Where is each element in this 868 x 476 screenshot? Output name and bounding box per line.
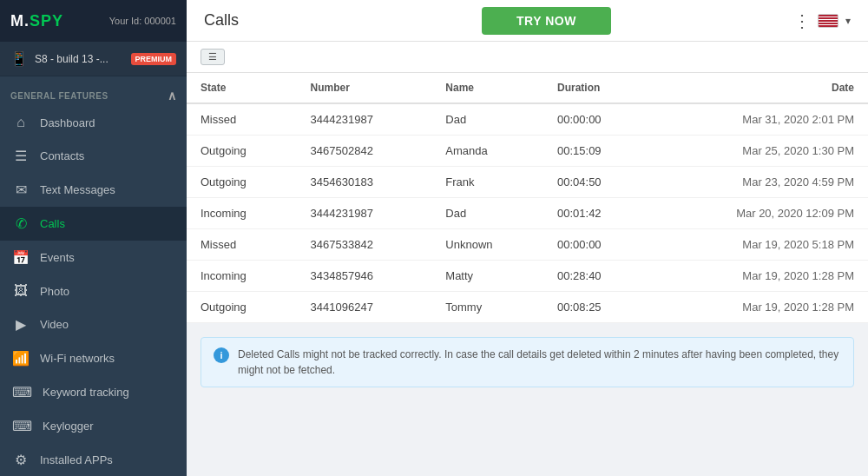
video-icon: ▶: [12, 316, 30, 333]
sidebar-item-label: Events: [40, 251, 75, 264]
sidebar-item-label: Text Messages: [40, 183, 115, 196]
sidebar-item-wifi[interactable]: 📶 Wi-Fi networks: [0, 341, 187, 375]
table-row: Missed3467533842Unknown00:00:00Mar 19, 2…: [187, 229, 868, 261]
col-number: Number: [297, 73, 432, 103]
wifi-icon: 📶: [12, 350, 30, 367]
sidebar-item-label: Wi-Fi networks: [40, 352, 115, 365]
contacts-icon: ☰: [12, 148, 30, 164]
cell-name: Dad: [431, 198, 543, 229]
table-row: Outgoing3441096247Tommy00:08:25Mar 19, 2…: [187, 292, 868, 323]
more-options-icon[interactable]: ⋮: [793, 10, 811, 31]
table-row: Outgoing3467502842Amanda00:15:09Mar 25, …: [187, 136, 868, 167]
cell-number: 3467502842: [297, 136, 432, 167]
sidebar-item-keyword-tracking[interactable]: ⌨ Keyword tracking: [0, 375, 187, 409]
sidebar-item-label: Calls: [40, 217, 65, 230]
cell-date: Mar 20, 2020 12:09 PM: [650, 198, 868, 229]
cell-number: 3454630183: [297, 167, 432, 198]
sidebar-item-label: Photo: [40, 285, 69, 298]
cell-duration: 00:01:42: [543, 198, 650, 229]
cell-duration: 00:28:40: [543, 261, 650, 292]
cell-name: Tommy: [431, 292, 543, 323]
topbar-actions: ⋮ ▾: [793, 10, 851, 31]
cell-name: Frank: [431, 167, 543, 198]
info-text: Deleted Calls might not be tracked corre…: [238, 347, 841, 378]
section-chevron-icon: ∧: [168, 89, 177, 102]
table-row: Incoming3444231987Dad00:01:42Mar 20, 202…: [187, 198, 868, 229]
filter-row: ☰: [187, 42, 868, 73]
sidebar-item-label: Keylogger: [43, 420, 94, 433]
cell-state: Outgoing: [187, 292, 297, 323]
page-title: Calls: [204, 11, 239, 30]
cell-state: Missed: [187, 103, 297, 136]
cell-date: Mar 19, 2020 1:28 PM: [650, 261, 868, 292]
sidebar-item-label: Dashboard: [40, 116, 95, 129]
cell-date: Mar 19, 2020 1:28 PM: [650, 292, 868, 323]
cell-name: Unknown: [431, 229, 543, 261]
calls-icon: ✆: [12, 215, 30, 232]
device-icon: 📱: [10, 50, 28, 67]
keyword-icon: ⌨: [12, 384, 32, 400]
cell-duration: 00:00:00: [543, 229, 650, 261]
main-panel: Calls TRY NOW ⋮ ▾ ☰ State Number Name Du…: [187, 0, 868, 476]
cell-number: 3434857946: [297, 261, 432, 292]
cell-number: 3441096247: [297, 292, 432, 323]
events-icon: 📅: [12, 249, 30, 266]
cell-name: Dad: [431, 103, 543, 136]
cell-name: Amanda: [431, 136, 543, 167]
sidebar-item-contacts[interactable]: ☰ Contacts: [0, 139, 187, 173]
col-name: Name: [431, 73, 543, 103]
general-features-section: GENERAL FEATURES ∧: [0, 76, 187, 106]
cell-state: Outgoing: [187, 136, 297, 167]
cell-state: Incoming: [187, 261, 297, 292]
info-icon: i: [214, 347, 229, 363]
cell-name: Matty: [431, 261, 543, 292]
sidebar-item-calls[interactable]: ✆ Calls: [0, 207, 187, 241]
device-bar: 📱 S8 - build 13 -... PREMIUM: [0, 42, 187, 76]
sms-icon: ✉: [12, 182, 30, 198]
premium-badge: PREMIUM: [131, 53, 177, 65]
sidebar-item-label: Keyword tracking: [43, 386, 129, 399]
filter-badge[interactable]: ☰: [201, 49, 225, 65]
home-icon: ⌂: [12, 115, 30, 130]
cell-duration: 00:08:25: [543, 292, 650, 323]
sidebar-item-keylogger[interactable]: ⌨ Keylogger: [0, 409, 187, 443]
sidebar-item-video[interactable]: ▶ Video: [0, 307, 187, 341]
topbar: Calls TRY NOW ⋮ ▾: [187, 0, 868, 42]
photo-icon: 🖼: [12, 283, 30, 299]
sidebar-item-dashboard[interactable]: ⌂ Dashboard: [0, 106, 187, 139]
sidebar-item-label: Video: [40, 318, 69, 331]
cell-date: Mar 31, 2020 2:01 PM: [650, 103, 868, 136]
cell-duration: 00:00:00: [543, 103, 650, 136]
sidebar: M.SPY Your Id: 000001 📱 S8 - build 13 -.…: [0, 0, 187, 476]
sidebar-item-installed-apps[interactable]: ⚙ Installed APPs: [0, 443, 187, 476]
try-now-button[interactable]: TRY NOW: [482, 7, 611, 35]
language-flag[interactable]: [818, 14, 838, 28]
keylogger-icon: ⌨: [12, 418, 32, 434]
cell-date: Mar 23, 2020 4:59 PM: [650, 167, 868, 198]
col-date: Date: [650, 73, 868, 103]
table-row: Outgoing3454630183Frank00:04:50Mar 23, 2…: [187, 167, 868, 198]
col-duration: Duration: [543, 73, 650, 103]
cell-state: Outgoing: [187, 167, 297, 198]
logo: M.SPY: [10, 12, 63, 30]
sidebar-item-label: Contacts: [40, 149, 84, 162]
cell-date: Mar 25, 2020 1:30 PM: [650, 136, 868, 167]
table-row: Missed3444231987Dad00:00:00Mar 31, 2020 …: [187, 103, 868, 136]
sidebar-item-events[interactable]: 📅 Events: [0, 241, 187, 274]
apps-icon: ⚙: [12, 452, 30, 468]
device-name: S8 - build 13 -...: [35, 53, 124, 65]
content-area: ☰ State Number Name Duration Date Missed…: [187, 42, 868, 476]
language-dropdown-icon[interactable]: ▾: [845, 15, 851, 27]
table-body: Missed3444231987Dad00:00:00Mar 31, 2020 …: [187, 103, 868, 323]
sidebar-item-text-messages[interactable]: ✉ Text Messages: [0, 173, 187, 207]
user-id: Your Id: 000001: [109, 16, 176, 26]
table-header: State Number Name Duration Date: [187, 73, 868, 103]
sidebar-item-label: Installed APPs: [40, 453, 113, 466]
cell-state: Missed: [187, 229, 297, 261]
sidebar-item-photo[interactable]: 🖼 Photo: [0, 274, 187, 307]
cell-number: 3467533842: [297, 229, 432, 261]
info-box: i Deleted Calls might not be tracked cor…: [201, 337, 854, 387]
calls-table-container: ☰ State Number Name Duration Date Missed…: [187, 42, 868, 323]
cell-duration: 00:04:50: [543, 167, 650, 198]
cell-date: Mar 19, 2020 5:18 PM: [650, 229, 868, 261]
